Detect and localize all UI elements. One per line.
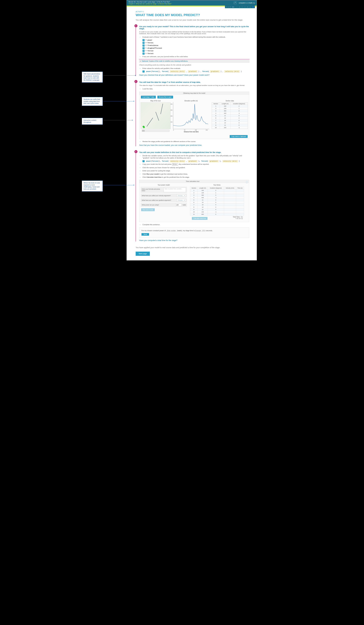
table-row: 4422-1 [212, 112, 248, 114]
sentence-completion: For my chosen constant power of (watts),… [139, 227, 249, 238]
panel-title: Obtaining map data for the model [139, 92, 249, 95]
annotation-placeholders: With blank placeholders for guidance, st… [82, 72, 103, 83]
power-answer-input[interactable] [166, 230, 177, 232]
chart-title: Elevation profile (m) [172, 100, 210, 102]
power-input[interactable] [175, 204, 181, 206]
chart-xlabel: Distance from start (km) [173, 131, 209, 132]
eval-icon[interactable] [142, 70, 145, 72]
table-row: 10102-1 [212, 126, 248, 129]
table-row: 7100 [190, 204, 244, 206]
browse-file-button[interactable]: Browse file to open [157, 96, 173, 98]
table-header: Velocity (m/s) [224, 187, 236, 189]
time-answer-input[interactable] [195, 230, 206, 232]
compute-badge: C [135, 24, 138, 27]
table-row: 33600 [212, 110, 248, 112]
velocity-select[interactable]: Choose... ▾ [177, 194, 186, 197]
nav-prev-icon[interactable]: ‹ [241, 6, 243, 8]
step-text: Complete this sentence. [142, 223, 160, 226]
table-row: 9110 [190, 208, 244, 211]
table-row: 5110 [190, 199, 244, 201]
definition-check[interactable]: ? force2 [142, 50, 249, 52]
step-text: Click the names you have chosen for velo… [142, 167, 185, 169]
table-header: Gradient (degrees) [208, 187, 224, 189]
section-check-model: C Are you ready to run your model? This … [136, 26, 249, 76]
copy-data-button[interactable]: Copy data to clipboard [230, 135, 248, 138]
nav-controls: « ‹ › » ⌂ 👤 [237, 6, 254, 8]
table-row: 6120 [212, 117, 248, 119]
step-text: If any are unknown, use your journal ent… [142, 56, 188, 58]
annotation-verify: Students can verify their models using d… [82, 97, 103, 106]
step-text: Evaluate each of these ? symbols to see … [142, 36, 226, 38]
total-label: Total Time: [233, 216, 240, 218]
map-data-panel: Obtaining map data for the model Load st… [139, 92, 249, 139]
nav-last-icon[interactable]: » [247, 6, 249, 8]
table-row: 8120 [190, 206, 244, 208]
section-compute-time: C You will use your model definition in … [136, 151, 249, 242]
page-title: WHAT TIME DOES MY MODEL PREDICT? [136, 13, 249, 17]
table-row: 33600 [190, 194, 244, 196]
panel-title: Time calculation tool [186, 181, 199, 182]
header-bar: Module M1: How fast could I cycle stage … [127, 0, 257, 5]
section-heading: Are you ready to run your model? This is… [139, 26, 249, 30]
chapter-title: Chapter 5: What time do I predict for st… [129, 3, 171, 5]
eval-icon[interactable] [142, 42, 145, 44]
field-label: What have you called your gradient argum… [142, 199, 175, 201]
step-text: Review the stage profile and gradients f… [142, 140, 196, 143]
annotation-tools: Where the level of code required is more… [82, 181, 103, 191]
send-button[interactable]: Send [141, 233, 149, 236]
definition-check[interactable]: ? power [142, 39, 249, 41]
load-stage7-button[interactable]: Load stage 7 data [141, 96, 156, 98]
time-tool-panel: Time calculation tool i Your power model… [139, 180, 249, 222]
section-load-data: C You will load the data for stage 7 or … [136, 81, 249, 146]
total-alt: = 0h 0m 0s [235, 218, 243, 219]
step-text: Click Run your model to get the individu… [142, 173, 188, 175]
table-row: 9110 [212, 124, 248, 126]
run-model-button[interactable]: Run your model [141, 208, 155, 211]
eval-icon[interactable] [142, 44, 145, 47]
closing-text: You have applied your model to real cour… [136, 247, 249, 249]
formula-input[interactable]: Type or paste here: power[... [164, 188, 186, 192]
home-icon[interactable]: ⌂ [249, 6, 251, 8]
user-icon[interactable]: 👤 [252, 6, 254, 8]
optional-expand[interactable]: Optional: Copies of the code to redefine… [139, 59, 250, 63]
definition-check[interactable]: ? frontalArea [142, 44, 249, 47]
eval-icon[interactable] [142, 39, 145, 41]
nav-next-icon[interactable]: › [244, 6, 246, 8]
gradient-select[interactable]: Choose... ▾ [177, 199, 186, 201]
definition-check[interactable]: ? force1 [142, 42, 249, 44]
code-input-line[interactable]: power[force1[], force2[ velocity (m/s) ,… [142, 70, 249, 72]
col-heading: Your times: [190, 184, 244, 186]
nav-first-icon[interactable]: « [238, 6, 241, 8]
table-row: 5110 [212, 114, 248, 117]
field-label: What power are you using? [142, 204, 174, 206]
step-text: Load the data. [142, 88, 153, 90]
step-text: Click Calculate total time to get the pr… [142, 176, 190, 178]
info-icon[interactable]: i [246, 181, 248, 184]
eval-icon[interactable] [142, 47, 145, 49]
step-text: Decide two variable names, one for the v… [142, 155, 249, 159]
next-page-button[interactable]: Next page [136, 251, 150, 256]
map-marker-icon [142, 125, 145, 128]
share-icon[interactable] [234, 2, 237, 4]
map-slider[interactable] [142, 130, 169, 132]
step-text: Enter values for velocity and gradient, … [142, 67, 181, 69]
eval-icon[interactable] [142, 53, 145, 55]
calc-total-button[interactable]: Calculate total time [192, 217, 207, 220]
route-map[interactable] [140, 102, 171, 129]
table-row: 116600 [190, 213, 244, 216]
section-data-table: SectionLength (m)Gradient (degrees)11822… [212, 102, 248, 129]
eval-icon[interactable] [142, 160, 145, 162]
times-table: SectionLength (m)Gradient (degrees)Veloc… [190, 187, 244, 216]
table-header: Section [212, 102, 220, 105]
code-input-line[interactable]: power[force1[], force2[ velocity (m/s) ,… [142, 160, 249, 162]
table-row: 10102-1 [190, 211, 244, 213]
annotation-interactive: Interactive content throughout. [82, 118, 103, 125]
table-header: Section [190, 187, 198, 189]
brand-logo[interactable]: computerbasedmath.org [239, 2, 255, 4]
definition-check[interactable]: ? dragCoefficient [142, 47, 249, 49]
compute-badge: C [135, 150, 138, 153]
map-title: Map of the race [140, 100, 171, 102]
table-row: 8120 [212, 122, 248, 124]
definition-check[interactable]: ? force3 [142, 53, 249, 55]
eval-icon[interactable] [142, 50, 145, 52]
